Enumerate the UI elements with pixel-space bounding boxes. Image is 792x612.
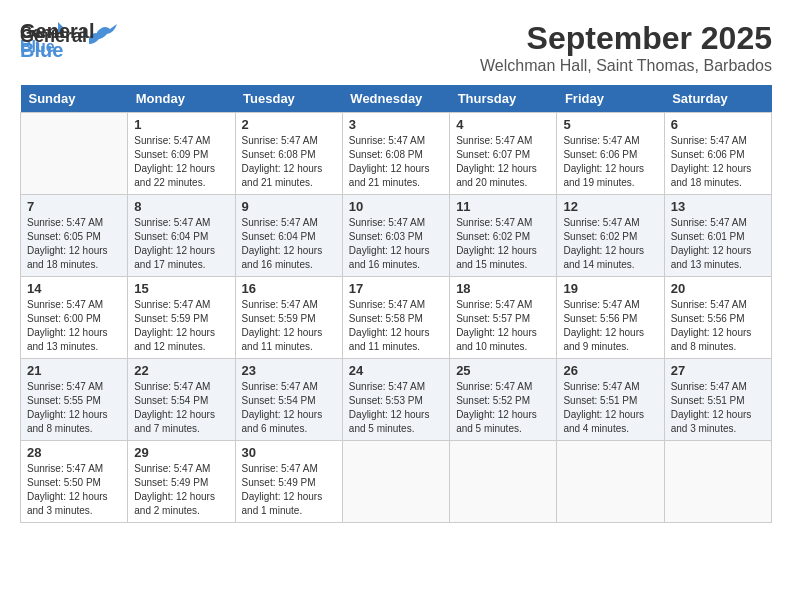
calendar-cell: 9Sunrise: 5:47 AM Sunset: 6:04 PM Daylig… — [235, 195, 342, 277]
day-number: 16 — [242, 281, 336, 296]
calendar-cell: 10Sunrise: 5:47 AM Sunset: 6:03 PM Dayli… — [342, 195, 449, 277]
calendar-cell — [664, 441, 771, 523]
day-info: Sunrise: 5:47 AM Sunset: 5:53 PM Dayligh… — [349, 380, 443, 436]
weekday-header-thursday: Thursday — [450, 85, 557, 113]
day-number: 27 — [671, 363, 765, 378]
day-number: 30 — [242, 445, 336, 460]
day-number: 8 — [134, 199, 228, 214]
day-info: Sunrise: 5:47 AM Sunset: 5:50 PM Dayligh… — [27, 462, 121, 518]
day-info: Sunrise: 5:47 AM Sunset: 5:57 PM Dayligh… — [456, 298, 550, 354]
day-number: 11 — [456, 199, 550, 214]
calendar-cell — [450, 441, 557, 523]
calendar-week-2: 7Sunrise: 5:47 AM Sunset: 6:05 PM Daylig… — [21, 195, 772, 277]
calendar-cell: 1Sunrise: 5:47 AM Sunset: 6:09 PM Daylig… — [128, 113, 235, 195]
day-number: 15 — [134, 281, 228, 296]
weekday-header-sunday: Sunday — [21, 85, 128, 113]
calendar-cell: 18Sunrise: 5:47 AM Sunset: 5:57 PM Dayli… — [450, 277, 557, 359]
day-number: 28 — [27, 445, 121, 460]
calendar-cell: 8Sunrise: 5:47 AM Sunset: 6:04 PM Daylig… — [128, 195, 235, 277]
day-info: Sunrise: 5:47 AM Sunset: 5:49 PM Dayligh… — [242, 462, 336, 518]
day-number: 12 — [563, 199, 657, 214]
calendar-cell — [557, 441, 664, 523]
day-info: Sunrise: 5:47 AM Sunset: 6:04 PM Dayligh… — [242, 216, 336, 272]
weekday-header-tuesday: Tuesday — [235, 85, 342, 113]
calendar-cell: 6Sunrise: 5:47 AM Sunset: 6:06 PM Daylig… — [664, 113, 771, 195]
location-title: Welchman Hall, Saint Thomas, Barbados — [480, 57, 772, 75]
logo-bird-icon — [97, 24, 117, 40]
day-number: 17 — [349, 281, 443, 296]
weekday-header-saturday: Saturday — [664, 85, 771, 113]
day-info: Sunrise: 5:47 AM Sunset: 6:01 PM Dayligh… — [671, 216, 765, 272]
day-number: 2 — [242, 117, 336, 132]
title-area: September 2025 Welchman Hall, Saint Thom… — [480, 20, 772, 75]
calendar-cell: 12Sunrise: 5:47 AM Sunset: 6:02 PM Dayli… — [557, 195, 664, 277]
calendar-cell: 21Sunrise: 5:47 AM Sunset: 5:55 PM Dayli… — [21, 359, 128, 441]
day-info: Sunrise: 5:47 AM Sunset: 5:59 PM Dayligh… — [242, 298, 336, 354]
day-info: Sunrise: 5:47 AM Sunset: 5:52 PM Dayligh… — [456, 380, 550, 436]
calendar-cell: 3Sunrise: 5:47 AM Sunset: 6:08 PM Daylig… — [342, 113, 449, 195]
day-number: 1 — [134, 117, 228, 132]
day-number: 18 — [456, 281, 550, 296]
day-number: 24 — [349, 363, 443, 378]
calendar-cell: 13Sunrise: 5:47 AM Sunset: 6:01 PM Dayli… — [664, 195, 771, 277]
day-info: Sunrise: 5:47 AM Sunset: 6:03 PM Dayligh… — [349, 216, 443, 272]
day-number: 9 — [242, 199, 336, 214]
day-info: Sunrise: 5:47 AM Sunset: 5:51 PM Dayligh… — [671, 380, 765, 436]
weekday-header-friday: Friday — [557, 85, 664, 113]
calendar-cell: 30Sunrise: 5:47 AM Sunset: 5:49 PM Dayli… — [235, 441, 342, 523]
calendar-cell: 27Sunrise: 5:47 AM Sunset: 5:51 PM Dayli… — [664, 359, 771, 441]
day-info: Sunrise: 5:47 AM Sunset: 6:04 PM Dayligh… — [134, 216, 228, 272]
day-number: 5 — [563, 117, 657, 132]
calendar-cell: 28Sunrise: 5:47 AM Sunset: 5:50 PM Dayli… — [21, 441, 128, 523]
day-number: 19 — [563, 281, 657, 296]
calendar-week-3: 14Sunrise: 5:47 AM Sunset: 6:00 PM Dayli… — [21, 277, 772, 359]
day-info: Sunrise: 5:47 AM Sunset: 6:06 PM Dayligh… — [563, 134, 657, 190]
calendar-cell: 15Sunrise: 5:47 AM Sunset: 5:59 PM Dayli… — [128, 277, 235, 359]
calendar-cell — [342, 441, 449, 523]
day-info: Sunrise: 5:47 AM Sunset: 5:56 PM Dayligh… — [671, 298, 765, 354]
day-info: Sunrise: 5:47 AM Sunset: 5:51 PM Dayligh… — [563, 380, 657, 436]
day-number: 29 — [134, 445, 228, 460]
calendar-cell: 7Sunrise: 5:47 AM Sunset: 6:05 PM Daylig… — [21, 195, 128, 277]
calendar-cell: 5Sunrise: 5:47 AM Sunset: 6:06 PM Daylig… — [557, 113, 664, 195]
calendar-cell: 25Sunrise: 5:47 AM Sunset: 5:52 PM Dayli… — [450, 359, 557, 441]
calendar-table: SundayMondayTuesdayWednesdayThursdayFrid… — [20, 85, 772, 523]
weekday-header-monday: Monday — [128, 85, 235, 113]
calendar-cell: 23Sunrise: 5:47 AM Sunset: 5:54 PM Dayli… — [235, 359, 342, 441]
day-info: Sunrise: 5:47 AM Sunset: 6:09 PM Dayligh… — [134, 134, 228, 190]
header: General Blue General September 2025 Welc… — [20, 20, 772, 75]
day-number: 14 — [27, 281, 121, 296]
calendar-header-row: SundayMondayTuesdayWednesdayThursdayFrid… — [21, 85, 772, 113]
logo-block: General Blue — [20, 20, 117, 62]
day-number: 26 — [563, 363, 657, 378]
day-info: Sunrise: 5:47 AM Sunset: 6:08 PM Dayligh… — [242, 134, 336, 190]
day-info: Sunrise: 5:47 AM Sunset: 6:07 PM Dayligh… — [456, 134, 550, 190]
day-info: Sunrise: 5:47 AM Sunset: 6:00 PM Dayligh… — [27, 298, 121, 354]
day-number: 13 — [671, 199, 765, 214]
day-info: Sunrise: 5:47 AM Sunset: 6:02 PM Dayligh… — [456, 216, 550, 272]
weekday-header-wednesday: Wednesday — [342, 85, 449, 113]
calendar-cell — [21, 113, 128, 195]
day-number: 3 — [349, 117, 443, 132]
day-info: Sunrise: 5:47 AM Sunset: 6:06 PM Dayligh… — [671, 134, 765, 190]
day-number: 20 — [671, 281, 765, 296]
calendar-cell: 22Sunrise: 5:47 AM Sunset: 5:54 PM Dayli… — [128, 359, 235, 441]
day-info: Sunrise: 5:47 AM Sunset: 5:49 PM Dayligh… — [134, 462, 228, 518]
calendar-cell: 16Sunrise: 5:47 AM Sunset: 5:59 PM Dayli… — [235, 277, 342, 359]
day-info: Sunrise: 5:47 AM Sunset: 5:54 PM Dayligh… — [134, 380, 228, 436]
day-info: Sunrise: 5:47 AM Sunset: 6:08 PM Dayligh… — [349, 134, 443, 190]
calendar-cell: 14Sunrise: 5:47 AM Sunset: 6:00 PM Dayli… — [21, 277, 128, 359]
calendar-cell: 17Sunrise: 5:47 AM Sunset: 5:58 PM Dayli… — [342, 277, 449, 359]
day-number: 6 — [671, 117, 765, 132]
day-number: 21 — [27, 363, 121, 378]
calendar-cell: 20Sunrise: 5:47 AM Sunset: 5:56 PM Dayli… — [664, 277, 771, 359]
calendar-cell: 19Sunrise: 5:47 AM Sunset: 5:56 PM Dayli… — [557, 277, 664, 359]
calendar-cell: 24Sunrise: 5:47 AM Sunset: 5:53 PM Dayli… — [342, 359, 449, 441]
calendar-cell: 29Sunrise: 5:47 AM Sunset: 5:49 PM Dayli… — [128, 441, 235, 523]
month-title: September 2025 — [480, 20, 772, 57]
day-info: Sunrise: 5:47 AM Sunset: 5:55 PM Dayligh… — [27, 380, 121, 436]
calendar-cell: 2Sunrise: 5:47 AM Sunset: 6:08 PM Daylig… — [235, 113, 342, 195]
day-number: 23 — [242, 363, 336, 378]
day-number: 10 — [349, 199, 443, 214]
day-info: Sunrise: 5:47 AM Sunset: 5:54 PM Dayligh… — [242, 380, 336, 436]
